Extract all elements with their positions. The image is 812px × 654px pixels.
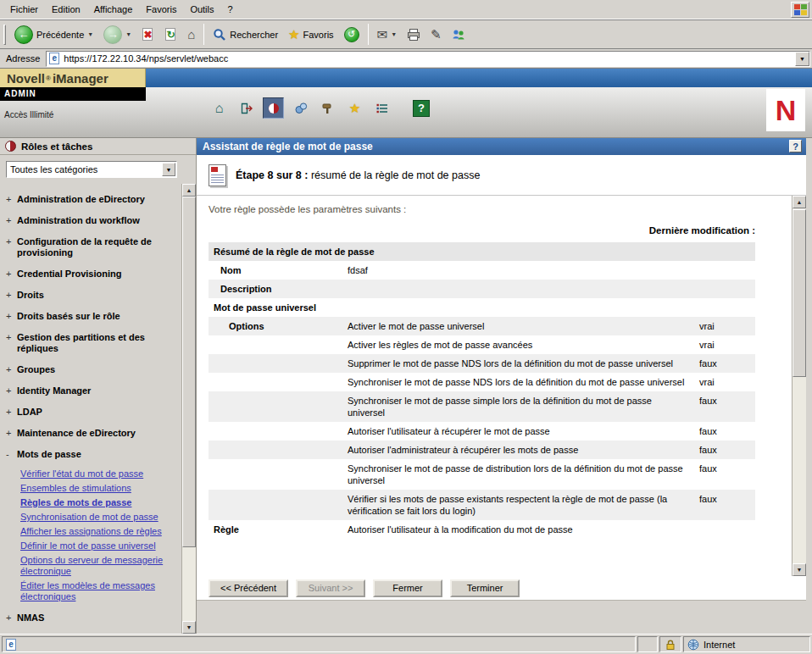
wizard-content: Votre règle possède les paramètres suiva… <box>197 196 792 576</box>
scroll-up-button[interactable]: ▲ <box>793 196 806 208</box>
expand-icon[interactable]: + <box>6 311 13 322</box>
sidebar-category-2[interactable]: +Configuration de la requête de provisio… <box>0 231 181 263</box>
expand-icon[interactable]: + <box>6 428 13 439</box>
roles-tasks-button[interactable] <box>263 97 284 119</box>
task-link-0[interactable]: Vérifier l'état du mot de passe <box>20 468 178 479</box>
exit-button[interactable] <box>236 97 257 119</box>
scroll-down-button[interactable]: ▼ <box>182 621 196 634</box>
scrollbar-thumb[interactable] <box>182 197 196 547</box>
collapse-icon[interactable]: - <box>6 449 13 460</box>
task-link-7[interactable]: Éditer les modèles de messages électroni… <box>20 580 178 602</box>
messenger-button[interactable] <box>447 22 470 47</box>
option-row-3: Synchroniser le mot de passe NDS lors de… <box>209 373 755 391</box>
task-link-5[interactable]: Définir le mot de passe universel <box>20 540 178 551</box>
preferences-button[interactable] <box>371 97 392 119</box>
imanager-brand-band: Novell®iManager <box>0 69 812 87</box>
sidebar-category-1[interactable]: +Administration du workflow <box>0 210 181 231</box>
task-link-4[interactable]: Afficher les assignations de règles <box>20 526 178 537</box>
expand-icon[interactable]: + <box>6 332 13 354</box>
task-link-1[interactable]: Ensembles de stimulations <box>20 483 178 494</box>
address-input[interactable]: e https://172.22.10.34/nps/servlet/webac… <box>46 51 810 67</box>
sidebar-category-9[interactable]: +LDAP <box>0 402 181 423</box>
expand-icon[interactable]: + <box>6 385 13 396</box>
expand-icon[interactable]: + <box>6 236 13 258</box>
imanager-header: ADMIN Accès Illimité ⌂ ★ ? N <box>0 87 812 138</box>
menu-edition[interactable]: Edition <box>45 1 87 18</box>
search-button[interactable]: Rechercher <box>208 22 283 47</box>
description-row: Description <box>209 280 755 298</box>
view-objects-button[interactable] <box>290 97 311 119</box>
sidebar-category-label: NMAS <box>17 612 44 624</box>
expand-icon[interactable]: + <box>6 407 13 418</box>
status-lock-panel <box>659 636 681 652</box>
wizard-button-2[interactable]: Fermer <box>373 579 442 597</box>
sidebar-category-4[interactable]: +Droits <box>0 285 181 306</box>
expand-icon[interactable]: + <box>6 215 13 226</box>
home-view-button[interactable]: ⌂ <box>209 97 230 119</box>
menu-fichier[interactable]: Fichier <box>3 1 45 18</box>
wizard-button-1[interactable]: Suivant >> <box>296 579 365 597</box>
chevron-down-icon[interactable]: ▼ <box>162 163 175 176</box>
print-button[interactable] <box>402 22 425 47</box>
stop-icon: ✖ <box>142 27 154 42</box>
wizard-button-3[interactable]: Terminer <box>450 579 520 597</box>
menu-outils[interactable]: Outils <box>183 1 220 18</box>
wizard-step-row: Étape 8 sur 8 : résumé de la règle de mo… <box>197 155 806 196</box>
option-value: faux <box>694 354 755 373</box>
scroll-down-button[interactable]: ▼ <box>793 563 806 576</box>
favorites-button[interactable]: ★ Favoris <box>283 22 339 47</box>
wizard-button-0[interactable]: << Précédent <box>209 579 288 597</box>
help-button[interactable]: ? <box>789 140 802 152</box>
favorites-button[interactable]: ★ <box>344 97 365 119</box>
options-label-spacer <box>209 422 342 441</box>
forward-dropdown-icon[interactable]: ▼ <box>125 31 131 37</box>
menu-aide[interactable]: ? <box>221 1 240 18</box>
sidebar-category-11[interactable]: -Mots de passe <box>0 444 181 465</box>
expand-icon[interactable]: + <box>6 364 13 375</box>
sidebar-category-6[interactable]: +Gestion des partitions et des répliques <box>0 327 181 359</box>
edit-button[interactable]: ✎ <box>425 22 447 47</box>
back-dropdown-icon[interactable]: ▼ <box>87 31 93 37</box>
category-select[interactable]: Toutes les catégories ▼ <box>6 161 177 178</box>
menu-favoris[interactable]: Favoris <box>139 1 183 18</box>
forward-button[interactable]: → ▼ <box>98 22 136 47</box>
sidebar-scrollbar[interactable]: ▲ ▼ <box>181 184 196 634</box>
expand-icon[interactable]: + <box>6 612 13 624</box>
scroll-up-button[interactable]: ▲ <box>182 184 196 197</box>
sidebar-category-label: Gestion des partitions et des répliques <box>17 332 180 354</box>
expand-icon[interactable]: + <box>6 290 13 301</box>
mail-button[interactable]: ✉▼ <box>372 22 403 47</box>
option-row-0: OptionsActiver le mot de passe universel… <box>209 317 755 335</box>
history-button[interactable]: ↺ <box>339 22 364 47</box>
sidebar-category-label: Maintenance de eDirectory <box>17 428 136 439</box>
configure-button[interactable] <box>317 97 338 119</box>
refresh-button[interactable]: ↻ <box>159 22 182 47</box>
scrollbar-thumb[interactable] <box>793 209 806 377</box>
sidebar-category-5[interactable]: +Droits basés sur le rôle <box>0 306 181 327</box>
content-scrollbar[interactable]: ▲ ▼ <box>792 196 806 576</box>
home-button[interactable]: ⌂ <box>182 22 200 47</box>
sidebar-category-0[interactable]: +Administration de eDirectory <box>0 189 181 210</box>
page-content: Rôles et tâches Toutes les catégories ▼ … <box>0 138 812 634</box>
sidebar-category-8[interactable]: +Identity Manager <box>0 380 181 402</box>
name-value: fdsaf <box>342 261 755 280</box>
sidebar-category-10[interactable]: +Maintenance de eDirectory <box>0 423 181 444</box>
main-panel: Assistant de règle de mot de passe ? Éta… <box>197 138 806 634</box>
sidebar-category-7[interactable]: +Groupes <box>0 359 181 380</box>
address-dropdown-button[interactable]: ▼ <box>795 52 809 66</box>
task-link-6[interactable]: Options du serveur de messagerie électro… <box>20 555 178 577</box>
sidebar-category-label: Mots de passe <box>17 449 81 460</box>
back-button[interactable]: ← Précédente ▼ <box>9 22 98 47</box>
task-link-3[interactable]: Synchronisation de mot de passe <box>20 512 178 523</box>
option-row-2: Supprimer le mot de passe NDS lors de la… <box>209 354 755 373</box>
imanager-help-button[interactable]: ? <box>413 100 430 117</box>
stop-button[interactable]: ✖ <box>136 22 159 47</box>
option-row-5: Autoriser l'utilisateur à récupérer le m… <box>209 422 755 441</box>
menu-affichage[interactable]: Affichage <box>87 1 140 18</box>
expand-icon[interactable]: + <box>6 194 13 205</box>
expand-icon[interactable]: + <box>6 269 13 280</box>
sidebar-category-3[interactable]: +Credential Provisioning <box>0 263 181 285</box>
toolbar-grip[interactable] <box>3 25 6 45</box>
sidebar-category-12[interactable]: +NMAS <box>0 607 181 629</box>
task-link-2[interactable]: Règles de mots de passe <box>20 497 178 508</box>
